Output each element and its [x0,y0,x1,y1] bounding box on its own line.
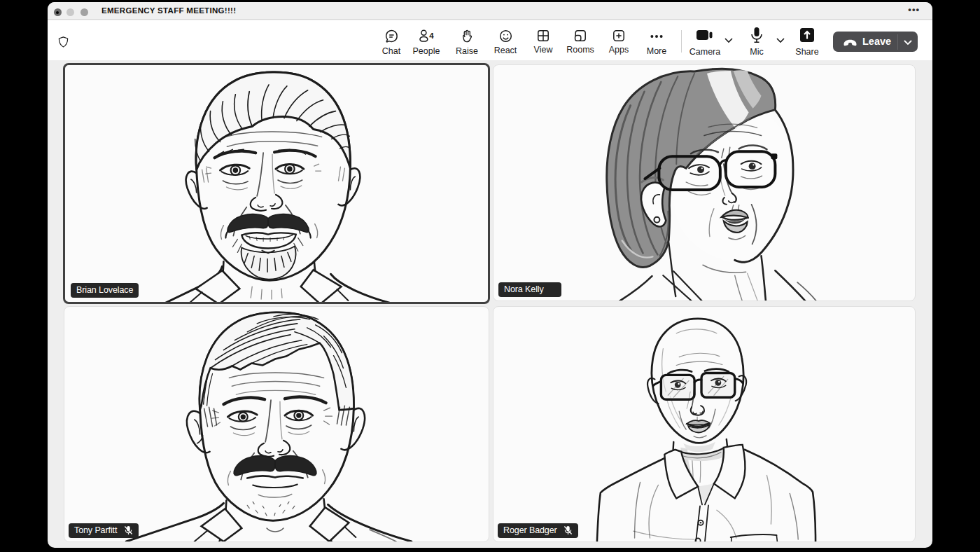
svg-text:4: 4 [429,32,434,40]
